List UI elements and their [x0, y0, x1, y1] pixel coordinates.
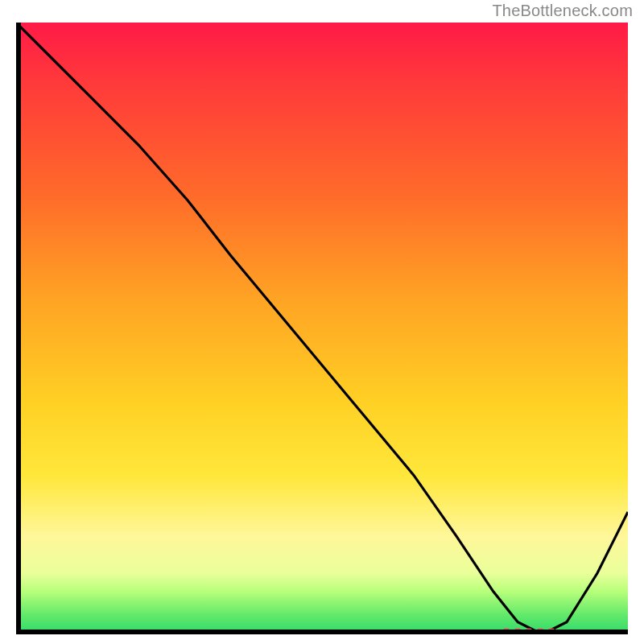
chart-svg [16, 23, 628, 634]
screenshot-root: TheBottleneck.com [0, 0, 644, 644]
chart-container [16, 23, 628, 634]
bottleneck-curve-line [16, 23, 628, 634]
attribution-label: TheBottleneck.com [492, 2, 633, 20]
